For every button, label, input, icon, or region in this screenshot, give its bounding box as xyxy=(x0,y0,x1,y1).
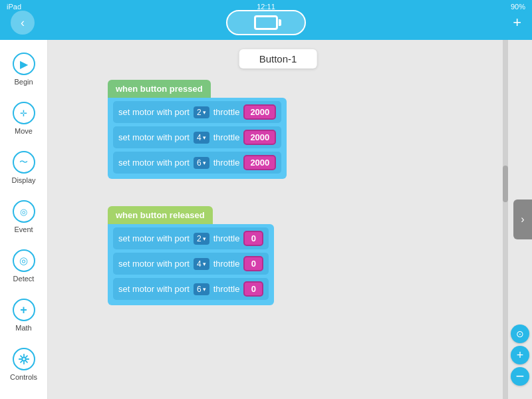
port-badge-4[interactable]: 2 ▾ xyxy=(194,233,209,245)
math-icon: + xyxy=(13,299,35,321)
port-badge-1[interactable]: 2 ▾ xyxy=(194,106,209,118)
event-icon: ◎ xyxy=(13,200,35,223)
canvas-area: Button-1 when button pressed set motor w… xyxy=(48,40,508,399)
port-badge-2[interactable]: 4 ▾ xyxy=(194,132,209,144)
svg-line-5 xyxy=(21,356,23,358)
released-block-rows: set motor with port 2 ▾ throttle 0 set m… xyxy=(108,224,274,305)
pressed-block-group: when button pressed set motor with port … xyxy=(108,80,287,179)
dropdown-arrow-icon: ▾ xyxy=(203,286,206,293)
port-badge-5[interactable]: 4 ▾ xyxy=(194,258,209,270)
row-text2: throttle xyxy=(213,107,240,117)
sidebar-item-math[interactable]: + Math xyxy=(3,291,45,339)
value-box-5[interactable]: 0 xyxy=(243,256,263,271)
sidebar-label-detect: Detect xyxy=(13,275,35,283)
row-text2: throttle xyxy=(213,158,240,168)
back-icon: ‹ xyxy=(21,16,25,30)
sidebar-label-display: Display xyxy=(11,176,35,184)
collapse-tab[interactable]: › xyxy=(513,200,532,239)
row-text1: set motor with port xyxy=(118,132,190,142)
zoom-reset-button[interactable]: ⊙ xyxy=(511,325,529,343)
sidebar-label-move: Move xyxy=(15,127,33,135)
port-badge-6[interactable]: 6 ▾ xyxy=(194,283,209,295)
row-text1: set motor with port xyxy=(118,284,190,294)
dropdown-arrow-icon: ▾ xyxy=(203,134,206,141)
collapse-icon: › xyxy=(521,213,524,225)
zoom-out-button[interactable]: − xyxy=(511,367,529,386)
zoom-controls: ⊙ + − xyxy=(511,325,529,386)
sidebar-label-event: Event xyxy=(14,225,33,233)
sidebar-item-display[interactable]: 〜 Display xyxy=(3,144,45,192)
value-box-1[interactable]: 2000 xyxy=(243,104,276,120)
main-layout: ▶ Begin ✛ Move 〜 Display ◎ Event ◎ Detec… xyxy=(0,40,532,399)
table-row: set motor with port 4 ▾ throttle 0 xyxy=(113,253,269,275)
row-text1: set motor with port xyxy=(118,233,190,243)
right-panel: › ⊙ + − xyxy=(508,40,532,399)
row-text2: throttle xyxy=(213,284,240,294)
value-box-3[interactable]: 2000 xyxy=(243,155,276,170)
dropdown-arrow-icon: ▾ xyxy=(203,261,206,267)
svg-line-7 xyxy=(25,356,27,358)
svg-line-8 xyxy=(21,360,23,362)
table-row: set motor with port 2 ▾ throttle 0 xyxy=(113,227,269,249)
top-bar: iPad 12:11 90% ‹ + xyxy=(0,0,532,40)
table-row: set motor with port 4 ▾ throttle 2000 xyxy=(113,126,281,148)
move-icon: ✛ xyxy=(13,102,35,124)
sidebar-label-math: Math xyxy=(15,324,31,332)
dropdown-arrow-icon: ▾ xyxy=(203,160,206,166)
zoom-in-button[interactable]: + xyxy=(511,346,529,364)
sidebar-item-move[interactable]: ✛ Move xyxy=(3,94,45,142)
battery-label: 90% xyxy=(511,3,525,11)
row-text1: set motor with port xyxy=(118,107,190,117)
svg-line-6 xyxy=(25,360,27,362)
table-row: set motor with port 6 ▾ throttle 0 xyxy=(113,278,269,300)
value-box-6[interactable]: 0 xyxy=(243,281,263,297)
controls-icon xyxy=(13,348,35,370)
pressed-block-header: when button pressed xyxy=(108,80,211,98)
bluetooth-icon[interactable]: + xyxy=(513,14,521,31)
device-icon xyxy=(254,15,278,30)
value-box-4[interactable]: 0 xyxy=(243,231,263,246)
released-block-group: when button released set motor with port… xyxy=(108,206,274,305)
row-text1: set motor with port xyxy=(118,158,190,168)
sidebar: ▶ Begin ✛ Move 〜 Display ◎ Event ◎ Detec… xyxy=(0,40,48,399)
back-button[interactable]: ‹ xyxy=(11,11,35,35)
begin-icon: ▶ xyxy=(13,53,35,75)
dropdown-arrow-icon: ▾ xyxy=(203,235,206,242)
carrier-label: iPad xyxy=(7,3,21,11)
sidebar-item-begin[interactable]: ▶ Begin xyxy=(3,45,45,93)
row-text2: throttle xyxy=(213,132,240,142)
port-badge-3[interactable]: 6 ▾ xyxy=(194,157,209,169)
dropdown-arrow-icon: ▾ xyxy=(203,109,206,116)
sidebar-label-controls: Controls xyxy=(10,373,37,381)
device-pill[interactable] xyxy=(226,10,306,35)
released-block-header: when button released xyxy=(108,206,213,224)
row-text2: throttle xyxy=(213,233,240,243)
button-name-label: Button-1 xyxy=(239,49,317,68)
pressed-block-rows: set motor with port 2 ▾ throttle 2000 se… xyxy=(108,98,287,179)
sidebar-label-begin: Begin xyxy=(14,78,33,86)
row-text1: set motor with port xyxy=(118,259,190,269)
sidebar-item-detect[interactable]: ◎ Detect xyxy=(3,242,45,290)
row-text2: throttle xyxy=(213,259,240,269)
sidebar-item-event[interactable]: ◎ Event xyxy=(3,193,45,241)
detect-icon: ◎ xyxy=(13,249,35,272)
value-box-2[interactable]: 2000 xyxy=(243,130,276,145)
table-row: set motor with port 6 ▾ throttle 2000 xyxy=(113,152,281,174)
sidebar-item-controls[interactable]: Controls xyxy=(3,340,45,388)
display-icon: 〜 xyxy=(13,151,35,174)
table-row: set motor with port 2 ▾ throttle 2000 xyxy=(113,101,281,123)
